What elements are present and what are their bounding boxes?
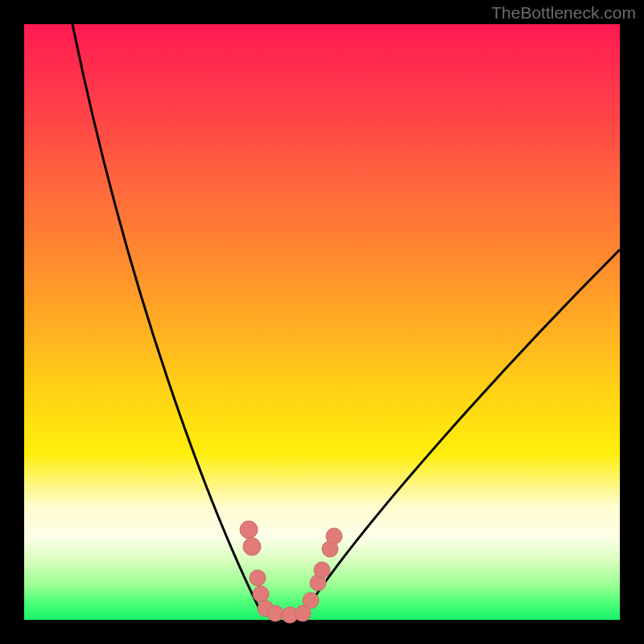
data-marker: [240, 521, 258, 539]
data-marker: [243, 538, 261, 555]
watermark-text: TheBottleneck.com: [491, 3, 636, 23]
marker-group: [240, 521, 342, 623]
data-marker: [326, 528, 342, 544]
data-marker: [314, 562, 330, 578]
data-marker: [267, 605, 283, 621]
data-marker: [250, 570, 266, 586]
data-marker: [253, 586, 269, 602]
chart-svg: [24, 24, 620, 620]
data-marker: [303, 592, 319, 609]
bottleneck-curve: [72, 24, 620, 616]
chart-plot-area: [24, 24, 620, 620]
chart-frame: TheBottleneck.com: [0, 0, 644, 644]
